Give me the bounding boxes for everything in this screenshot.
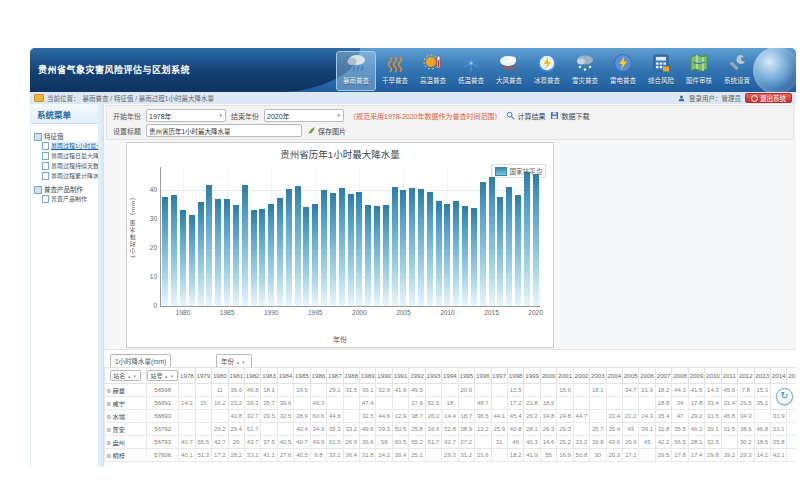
year-sort-pill[interactable]: 年份 ▲▼	[216, 354, 252, 368]
refresh-float-button[interactable]: ↻	[776, 388, 793, 405]
bar-1996	[321, 190, 327, 306]
col-year-1981[interactable]: 1981	[228, 368, 244, 384]
expand-row-icon[interactable]: ⊕	[106, 452, 111, 459]
tree-item[interactable]: 暴雨过程累计降水量	[34, 171, 97, 181]
col-year-1997[interactable]: 1997	[491, 368, 507, 384]
col-year-1999[interactable]: 1999	[524, 368, 540, 384]
value-cell	[195, 384, 211, 397]
tree-item[interactable]: 暴雨过程持续天数	[34, 161, 97, 171]
col-year-2009[interactable]: 2009	[688, 368, 704, 384]
col-station-id[interactable]: 站号 ▲▼	[147, 370, 178, 381]
col-year-2012[interactable]: 2012	[738, 368, 754, 384]
value-cell: 60.5	[392, 436, 408, 449]
value-cell	[540, 384, 556, 397]
col-year-1987[interactable]: 1987	[327, 368, 343, 384]
nav-item-lightning[interactable]: 雷电普查	[604, 51, 642, 90]
col-year-1998[interactable]: 1998	[507, 368, 523, 384]
col-year-1988[interactable]: 1988	[343, 368, 359, 384]
nav-item-wrench[interactable]: 系统设置	[718, 51, 756, 90]
expand-row-icon[interactable]: ⊕	[106, 439, 111, 446]
col-year-2011[interactable]: 2011	[721, 368, 737, 384]
bar-1997	[330, 193, 336, 306]
col-year-2014[interactable]: 2014	[770, 368, 786, 384]
bar-1993	[295, 186, 301, 306]
col-year-2006[interactable]: 2006	[639, 368, 655, 384]
value-cell	[573, 423, 589, 436]
expand-row-icon[interactable]: ⊕	[106, 387, 111, 394]
tree-item[interactable]: 暴雨过程日最大降水量	[34, 151, 97, 161]
nav-item-hail[interactable]: 冰雹普查	[528, 51, 566, 90]
col-year-2008[interactable]: 2008	[672, 368, 688, 384]
bar-1978	[162, 197, 168, 306]
expand-row-icon[interactable]: ⊕	[106, 413, 111, 420]
tree-item[interactable]: 暴雨过程1小时最大降水量	[34, 141, 97, 151]
data-download-button[interactable]: 数据下载	[550, 111, 589, 121]
bar-1988	[251, 210, 257, 306]
save-image-button[interactable]: 保存图片	[307, 126, 346, 136]
value-cell: 33.2	[244, 449, 260, 462]
chevron-down-icon: ▼	[337, 113, 341, 118]
end-year-select[interactable]: 2020年▼	[264, 109, 344, 122]
nav-item-rain-cloud[interactable]: 暴雨普查	[336, 51, 376, 91]
col-year-1995[interactable]: 1995	[458, 368, 474, 384]
chart-title-input[interactable]	[146, 124, 302, 137]
tree-item[interactable]: 普查产品制作	[34, 194, 97, 204]
col-year-1990[interactable]: 1990	[376, 368, 392, 384]
bar-1980	[180, 210, 186, 306]
col-year-1979[interactable]: 1979	[195, 368, 211, 384]
wrench-icon	[726, 52, 748, 74]
col-year-1993[interactable]: 1993	[425, 368, 441, 384]
col-year-1984[interactable]: 1984	[277, 368, 293, 384]
value-cell: 16.2	[212, 397, 228, 410]
col-year-2002[interactable]: 2002	[573, 368, 589, 384]
start-year-select[interactable]: 1978年▼	[146, 109, 226, 122]
calc-result-button[interactable]: 计算结果	[506, 111, 545, 121]
tree-group[interactable]: 特征值	[34, 132, 97, 141]
value-cell: 25.1	[409, 449, 425, 462]
nav-item-map[interactable]: 图件审核	[680, 51, 718, 90]
col-year-1996[interactable]: 1996	[475, 368, 491, 384]
value-cell	[787, 423, 796, 436]
col-year-1986[interactable]: 1986	[310, 368, 326, 384]
col-year-1980[interactable]: 1980	[212, 368, 228, 384]
nav-item-snowflake-temp[interactable]: 低温普查	[452, 51, 490, 90]
expand-row-icon[interactable]: ⊕	[106, 426, 111, 433]
col-year-2004[interactable]: 2004	[606, 368, 622, 384]
col-year-2000[interactable]: 2000	[540, 368, 556, 384]
value-cell: 38.9	[458, 423, 474, 436]
col-year-1982[interactable]: 1982	[244, 368, 260, 384]
col-station-name[interactable]: 站名 ▲▼	[110, 370, 141, 381]
logout-button[interactable]: 退出系统	[745, 93, 792, 103]
value-cell: 15.3	[754, 384, 770, 397]
nav-item-wind-cloud[interactable]: 大风普查	[490, 51, 528, 90]
value-cell: 17.2	[507, 397, 523, 410]
col-year-1994[interactable]: 1994	[442, 368, 458, 384]
col-year-2015[interactable]: 2015	[787, 368, 796, 384]
nav-item-calculator[interactable]: 综合风险	[642, 51, 680, 90]
expand-row-icon[interactable]: ⊕	[106, 400, 111, 407]
bar-1991	[277, 198, 283, 306]
value-cell: 28.1	[688, 436, 704, 449]
value-cell: 60.6	[310, 410, 326, 423]
col-year-1989[interactable]: 1989	[360, 368, 376, 384]
col-year-2010[interactable]: 2010	[705, 368, 721, 384]
nav-item-sun-temp[interactable]: 高温普查	[414, 51, 452, 90]
value-cell: 29.3	[442, 449, 458, 462]
value-cell: 39.1	[639, 423, 655, 436]
col-year-1983[interactable]: 1983	[261, 368, 277, 384]
col-year-2003[interactable]: 2003	[590, 368, 606, 384]
col-year-2013[interactable]: 2013	[754, 368, 770, 384]
nav-item-label: 系统设置	[724, 75, 750, 85]
tree-group[interactable]: 普查产品制作	[34, 185, 97, 194]
col-year-1978[interactable]: 1978	[179, 368, 195, 384]
nav-item-snow-cloud[interactable]: 雪灾普查	[566, 51, 604, 90]
heat-wave-icon	[384, 52, 406, 74]
col-year-2007[interactable]: 2007	[655, 368, 671, 384]
col-year-1991[interactable]: 1991	[392, 368, 408, 384]
unit-pill[interactable]: 1小时降水量(mm)	[110, 354, 171, 368]
col-year-1992[interactable]: 1992	[409, 368, 425, 384]
col-year-2001[interactable]: 2001	[557, 368, 573, 384]
col-year-1985[interactable]: 1985	[294, 368, 310, 384]
col-year-2005[interactable]: 2005	[623, 368, 639, 384]
nav-item-heat-wave[interactable]: 干旱普查	[376, 51, 414, 90]
